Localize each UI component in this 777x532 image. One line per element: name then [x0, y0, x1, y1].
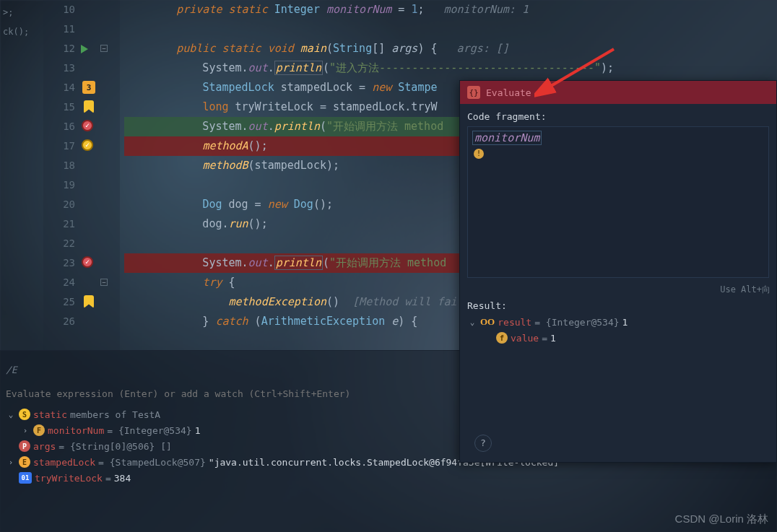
breakpoint-icon[interactable]: [82, 139, 93, 151]
result-value: 1: [550, 333, 556, 344]
line-number[interactable]: 11: [43, 19, 75, 39]
line-number[interactable]: 26: [43, 312, 75, 331]
evaluate-dialog: {} Evaluate Code fragment: monitorNum ! …: [459, 80, 777, 463]
result-row[interactable]: f value = 1: [467, 330, 769, 346]
line-number[interactable]: 12: [43, 39, 75, 58]
line-number[interactable]: 17: [43, 136, 75, 156]
left-hint: ck();: [0, 22, 43, 42]
variable-kind-icon: 01: [19, 472, 32, 484]
line-number[interactable]: 22: [43, 234, 75, 253]
bookmark-icon[interactable]: [84, 100, 94, 113]
variable-name: args: [33, 441, 56, 452]
evaluate-titlebar[interactable]: {} Evaluate: [460, 81, 776, 104]
expression-token: monitorNum: [472, 131, 542, 145]
code-line[interactable]: System.out.println("进入方法----------------…: [124, 58, 777, 78]
evaluate-icon: {}: [467, 86, 480, 99]
tree-arrow-icon[interactable]: ›: [20, 426, 30, 435]
line-number[interactable]: 20: [43, 195, 75, 214]
variable-type: members of TestA: [70, 409, 160, 420]
left-hint: >;: [0, 3, 43, 22]
variable-name: tryWriteLock: [35, 473, 103, 484]
line-number[interactable]: 18: [43, 156, 75, 175]
variable-kind-icon: E: [19, 456, 30, 468]
result-label: Result:: [467, 300, 769, 311]
tree-arrow-icon[interactable]: ⌄: [467, 318, 477, 327]
line-number[interactable]: 24: [43, 273, 75, 292]
fold-toggle[interactable]: −: [100, 45, 108, 52]
tree-arrow-icon[interactable]: ›: [6, 458, 16, 467]
variable-kind-icon: P: [19, 440, 30, 452]
variable-type: = {String[0]@506} []: [58, 441, 172, 452]
fold-toggle[interactable]: −: [100, 279, 108, 286]
breakpoint-icon[interactable]: [82, 256, 93, 268]
line-number[interactable]: 13: [43, 58, 75, 78]
variable-type: =: [105, 473, 111, 484]
field-icon: f: [496, 332, 508, 344]
variable-name: stampedLock: [33, 457, 95, 468]
numbered-bookmark-icon[interactable]: 3: [82, 81, 95, 94]
fold-strip[interactable]: −−: [98, 0, 120, 350]
result-name: value: [511, 333, 539, 344]
warning-icon: !: [474, 149, 484, 159]
evaluate-hint: Use Alt+向: [460, 281, 776, 296]
code-line[interactable]: private static Integer monitorNum = 1; m…: [124, 0, 777, 19]
watermark: CSDN @Lorin 洛林: [675, 513, 768, 526]
code-fragment-label: Code fragment:: [467, 111, 769, 122]
variable-type: = {Integer@534}: [107, 425, 191, 436]
code-fragment-input[interactable]: monitorNum !: [467, 126, 769, 278]
tree-arrow-icon[interactable]: ⌄: [6, 410, 16, 419]
variable-value: 1: [195, 425, 201, 436]
line-number[interactable]: 25: [43, 292, 75, 312]
breakpoint-icon[interactable]: [82, 120, 93, 131]
help-button[interactable]: ?: [474, 435, 492, 452]
result-row[interactable]: ⌄OO result = {Integer@534} 1: [467, 314, 769, 330]
result-type: = {Integer@534}: [534, 317, 619, 328]
result-name: result: [498, 317, 531, 328]
result-type: =: [542, 333, 547, 344]
variable-type: = {StampedLock@507}: [98, 457, 206, 468]
line-number[interactable]: 10: [43, 0, 75, 19]
line-number[interactable]: 19: [43, 175, 75, 195]
glasses-icon: OO: [480, 316, 495, 328]
variable-kind-icon: S: [19, 409, 30, 420]
line-number[interactable]: 15: [43, 97, 75, 117]
line-number[interactable]: 21: [43, 214, 75, 234]
line-number[interactable]: 14: [43, 78, 75, 97]
run-gutter-icon[interactable]: [81, 45, 88, 53]
variable-name: static: [33, 409, 67, 420]
variable-kind-icon: F: [33, 424, 45, 436]
code-line[interactable]: public static void main(String[] args) {…: [124, 39, 777, 58]
line-number[interactable]: 23: [43, 253, 75, 273]
left-hint-column: >; ck();: [0, 0, 43, 350]
result-value: 1: [622, 317, 628, 328]
variable-value: 384: [114, 473, 131, 484]
line-number[interactable]: 16: [43, 117, 75, 136]
result-tree[interactable]: ⌄OO result = {Integer@534} 1f value = 1: [467, 314, 769, 346]
line-number-gutter[interactable]: 1011121314151617181920212223242526: [43, 0, 79, 350]
evaluate-title: Evaluate: [486, 87, 531, 98]
variable-name: monitorNum: [48, 425, 104, 436]
eval-hint-icon: /E: [6, 365, 17, 375]
code-line[interactable]: [124, 19, 777, 39]
variable-row[interactable]: 01 tryWriteLock = 384: [6, 470, 771, 486]
bookmark-icon[interactable]: [84, 295, 94, 308]
